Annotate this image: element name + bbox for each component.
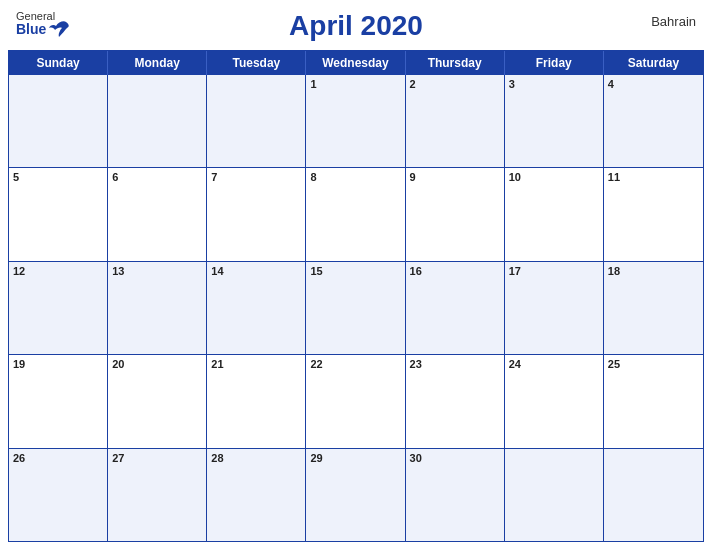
day-number-11: 11 <box>608 171 620 183</box>
day-cell-21: 21 <box>207 355 306 447</box>
day-cell-empty-0-0 <box>9 75 108 167</box>
day-cell-5: 5 <box>9 168 108 260</box>
day-cell-19: 19 <box>9 355 108 447</box>
day-number-16: 16 <box>410 265 422 277</box>
day-number-28: 28 <box>211 452 223 464</box>
day-number-12: 12 <box>13 265 25 277</box>
day-cell-26: 26 <box>9 449 108 541</box>
day-number-17: 17 <box>509 265 521 277</box>
day-cell-empty-4-6 <box>604 449 703 541</box>
day-header-tuesday: Tuesday <box>207 51 306 75</box>
day-cell-18: 18 <box>604 262 703 354</box>
day-number-5: 5 <box>13 171 19 183</box>
calendar-grid: SundayMondayTuesdayWednesdayThursdayFrid… <box>8 50 704 542</box>
calendar-page: General Blue April 2020 Bahrain SundayMo… <box>0 0 712 550</box>
day-cell-16: 16 <box>406 262 505 354</box>
week-row-4: 19202122232425 <box>9 354 703 447</box>
day-number-3: 3 <box>509 78 515 90</box>
day-number-23: 23 <box>410 358 422 370</box>
day-number-21: 21 <box>211 358 223 370</box>
day-cell-2: 2 <box>406 75 505 167</box>
week-row-1: 1234 <box>9 75 703 167</box>
day-cell-29: 29 <box>306 449 405 541</box>
day-number-14: 14 <box>211 265 223 277</box>
day-number-1: 1 <box>310 78 316 90</box>
day-cell-24: 24 <box>505 355 604 447</box>
day-cell-27: 27 <box>108 449 207 541</box>
day-header-sunday: Sunday <box>9 51 108 75</box>
day-number-6: 6 <box>112 171 118 183</box>
day-number-2: 2 <box>410 78 416 90</box>
day-cell-25: 25 <box>604 355 703 447</box>
logo: General Blue <box>16 10 70 38</box>
day-header-friday: Friday <box>505 51 604 75</box>
day-number-15: 15 <box>310 265 322 277</box>
week-row-2: 567891011 <box>9 167 703 260</box>
day-number-26: 26 <box>13 452 25 464</box>
day-number-18: 18 <box>608 265 620 277</box>
day-header-wednesday: Wednesday <box>306 51 405 75</box>
day-cell-10: 10 <box>505 168 604 260</box>
day-number-8: 8 <box>310 171 316 183</box>
day-cell-12: 12 <box>9 262 108 354</box>
weeks-container: 1234567891011121314151617181920212223242… <box>9 75 703 541</box>
day-number-4: 4 <box>608 78 614 90</box>
day-number-29: 29 <box>310 452 322 464</box>
day-cell-28: 28 <box>207 449 306 541</box>
day-number-19: 19 <box>13 358 25 370</box>
day-cell-empty-4-5 <box>505 449 604 541</box>
day-cell-30: 30 <box>406 449 505 541</box>
day-header-monday: Monday <box>108 51 207 75</box>
day-number-7: 7 <box>211 171 217 183</box>
day-cell-7: 7 <box>207 168 306 260</box>
day-number-22: 22 <box>310 358 322 370</box>
day-cell-23: 23 <box>406 355 505 447</box>
day-cell-empty-0-2 <box>207 75 306 167</box>
day-cell-20: 20 <box>108 355 207 447</box>
logo-blue-text: Blue <box>16 22 46 37</box>
week-row-5: 2627282930 <box>9 448 703 541</box>
calendar-header: General Blue April 2020 Bahrain <box>0 0 712 46</box>
day-cell-22: 22 <box>306 355 405 447</box>
day-cell-14: 14 <box>207 262 306 354</box>
week-row-3: 12131415161718 <box>9 261 703 354</box>
logo-bird-icon <box>48 20 70 38</box>
day-number-25: 25 <box>608 358 620 370</box>
day-cell-11: 11 <box>604 168 703 260</box>
day-cell-empty-0-1 <box>108 75 207 167</box>
day-headers-row: SundayMondayTuesdayWednesdayThursdayFrid… <box>9 51 703 75</box>
day-number-30: 30 <box>410 452 422 464</box>
day-cell-1: 1 <box>306 75 405 167</box>
day-cell-4: 4 <box>604 75 703 167</box>
day-cell-8: 8 <box>306 168 405 260</box>
day-cell-3: 3 <box>505 75 604 167</box>
day-number-27: 27 <box>112 452 124 464</box>
day-header-saturday: Saturday <box>604 51 703 75</box>
day-number-20: 20 <box>112 358 124 370</box>
day-number-9: 9 <box>410 171 416 183</box>
day-number-10: 10 <box>509 171 521 183</box>
day-cell-9: 9 <box>406 168 505 260</box>
day-cell-6: 6 <box>108 168 207 260</box>
day-number-13: 13 <box>112 265 124 277</box>
day-header-thursday: Thursday <box>406 51 505 75</box>
calendar-title: April 2020 <box>289 10 423 42</box>
country-label: Bahrain <box>651 14 696 29</box>
day-cell-17: 17 <box>505 262 604 354</box>
day-number-24: 24 <box>509 358 521 370</box>
day-cell-15: 15 <box>306 262 405 354</box>
day-cell-13: 13 <box>108 262 207 354</box>
